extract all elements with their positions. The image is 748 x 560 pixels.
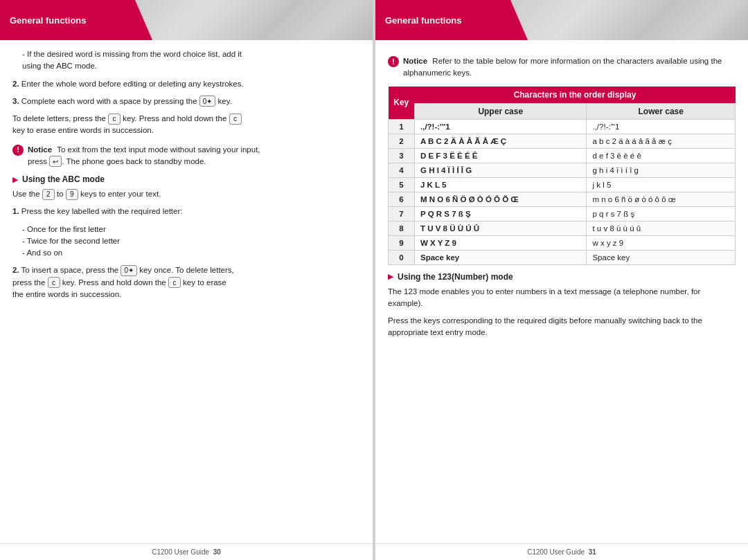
key-cell: 6 — [389, 192, 415, 206]
upper-cell: A B C 2 Ä À Â Ã Å Æ Ç — [415, 134, 587, 148]
key-cell: 3 — [389, 148, 415, 163]
right-page-header: General functions — [375, 0, 748, 40]
lower-cell: g h i 4 ï ì í î g — [587, 163, 736, 177]
left-page-content: - If the desired word is missing from th… — [0, 40, 373, 543]
upper-cell: J K L 5 — [415, 177, 587, 192]
right-header-title: General functions — [385, 15, 462, 26]
lower-cell: p q r s 7 ß ş — [587, 206, 736, 221]
key-9: 9 — [66, 189, 78, 200]
intro-line-1: - If the desired word is missing from th… — [12, 48, 360, 73]
upper-cell: M N O 6 Ñ Ö Ø Ò Ó Ô Õ Œ — [415, 192, 587, 206]
abc-mode-heading: Using the ABC mode — [12, 174, 360, 184]
upper-cell: T U V 8 Ü Ù Ú Û — [415, 221, 587, 235]
table-key-header: Key — [389, 87, 415, 120]
key-0: 0✦ — [199, 96, 216, 107]
notice-text-right: Notice Refer to the table below for more… — [403, 55, 736, 80]
lower-cell: m n o 6 ñ ö ø ò ó ô õ œ — [587, 192, 736, 206]
left-page-footer: C1200 User Guide 30 — [0, 543, 373, 560]
notice-text-left: Notice To exit from the text input mode … — [28, 144, 260, 168]
left-page-header: General functions — [0, 0, 373, 40]
header-photo-left — [130, 0, 373, 40]
characters-table: Key Characters in the order display Uppe… — [388, 87, 736, 265]
upper-cell: D E F 3 Ë È É Ê — [415, 148, 587, 163]
left-header-title: General functions — [10, 15, 87, 26]
lower-cell: w x y z 9 — [587, 235, 736, 250]
table-sub-header-row: Upper case Lower case — [389, 103, 736, 119]
abc-bullets: - Once for the first letter - Twice for … — [12, 224, 360, 260]
key-2: 2 — [42, 189, 55, 200]
right-page: General functions ! Notice Refer to the … — [375, 0, 748, 560]
intro-line-4: To delete letters, press the c key. Pres… — [12, 113, 360, 137]
key-cell: 9 — [389, 235, 415, 250]
upper-cell: .,/?!-:'"1 — [415, 119, 587, 134]
notice-icon-right: ! — [388, 56, 399, 67]
table-row: 8 T U V 8 Ü Ù Ú Û t u v 8 ü ù ú û — [389, 221, 736, 235]
notice-icon-left: ! — [12, 145, 24, 156]
key-cell: 0 — [389, 250, 415, 264]
notice-box-right: ! Notice Refer to the table below for mo… — [388, 55, 736, 80]
table-row: 5 J K L 5 j k l 5 — [389, 177, 736, 192]
mode123-para2: Press the keys corresponding to the requ… — [388, 315, 736, 339]
abc-step1: 1. Press the key labelled with the requi… — [12, 206, 360, 217]
table-row: 6 M N O 6 Ñ Ö Ø Ò Ó Ô Õ Œ m n o 6 ñ ö ø … — [389, 192, 736, 206]
table-row: 9 W X Y Z 9 w x y z 9 — [389, 235, 736, 250]
abc-line1: Use the 2 to 9 keys to enter your text. — [12, 188, 360, 200]
upper-cell: W X Y Z 9 — [415, 235, 587, 250]
table-row: 0 Space key Space key — [389, 250, 736, 264]
key-cell: 1 — [389, 119, 415, 134]
mode123-para1: The 123 mode enables you to enter number… — [388, 286, 736, 310]
key-c4: c — [168, 277, 181, 288]
key-cell: 4 — [389, 163, 415, 177]
key-cell: 7 — [389, 206, 415, 221]
table-row: 7 P Q R S 7 ß Ş p q r s 7 ß ş — [389, 206, 736, 221]
header-photo-right — [506, 0, 748, 40]
key-cell: 2 — [389, 134, 415, 148]
intro-line-3: 3. Complete each word with a space by pr… — [12, 96, 360, 107]
key-c3: c — [48, 277, 60, 288]
key-c1: c — [108, 114, 121, 125]
left-header-tab: General functions — [0, 0, 152, 40]
lower-cell: d e f 3 ë è é ê — [587, 148, 736, 163]
intro-line-2: 2. Enter the whole word before editing o… — [12, 78, 360, 90]
table-row: 2 A B C 2 Ä À Â Ã Å Æ Ç a b c 2 ä à á â … — [389, 134, 736, 148]
abc-step2: 2. To insert a space, press the 0✦ key o… — [12, 264, 360, 300]
right-header-tab: General functions — [375, 0, 528, 40]
table-lower-header: Lower case — [587, 103, 736, 119]
right-page-footer: C1200 User Guide 31 — [375, 543, 748, 560]
key-0b: 0✦ — [121, 265, 137, 276]
key-c2: c — [229, 114, 242, 125]
upper-cell: P Q R S 7 ß Ş — [415, 206, 587, 221]
lower-cell: .,/?!-:'"1 — [587, 119, 736, 134]
key-phone: ↩ — [49, 156, 62, 167]
right-page-content: ! Notice Refer to the table below for mo… — [375, 40, 748, 543]
key-cell: 8 — [389, 221, 415, 235]
mode123-heading: Using the 123(Number) mode — [388, 272, 736, 282]
lower-cell: t u v 8 ü ù ú û — [587, 221, 736, 235]
table-title-row: Key Characters in the order display — [389, 87, 736, 104]
table-main-title: Characters in the order display — [415, 87, 736, 104]
table-row: 1 .,/?!-:'"1 .,/?!-:'"1 — [389, 119, 736, 134]
table-row: 3 D E F 3 Ë È É Ê d e f 3 ë è é ê — [389, 148, 736, 163]
lower-cell: j k l 5 — [587, 177, 736, 192]
upper-cell: Space key — [415, 250, 587, 264]
lower-cell: a b c 2 ä à á â ã å æ ç — [587, 134, 736, 148]
pages-container: General functions - If the desired word … — [0, 0, 748, 560]
notice-box-left: ! Notice To exit from the text input mod… — [12, 144, 360, 168]
key-cell: 5 — [389, 177, 415, 192]
upper-cell: G H I 4 Ï Ì Í Î G — [415, 163, 587, 177]
table-upper-header: Upper case — [415, 103, 587, 119]
table-body: 1 .,/?!-:'"1 .,/?!-:'"1 2 A B C 2 Ä À Â … — [389, 119, 736, 264]
left-page: General functions - If the desired word … — [0, 0, 373, 560]
lower-cell: Space key — [587, 250, 736, 264]
table-row: 4 G H I 4 Ï Ì Í Î G g h i 4 ï ì í î g — [389, 163, 736, 177]
